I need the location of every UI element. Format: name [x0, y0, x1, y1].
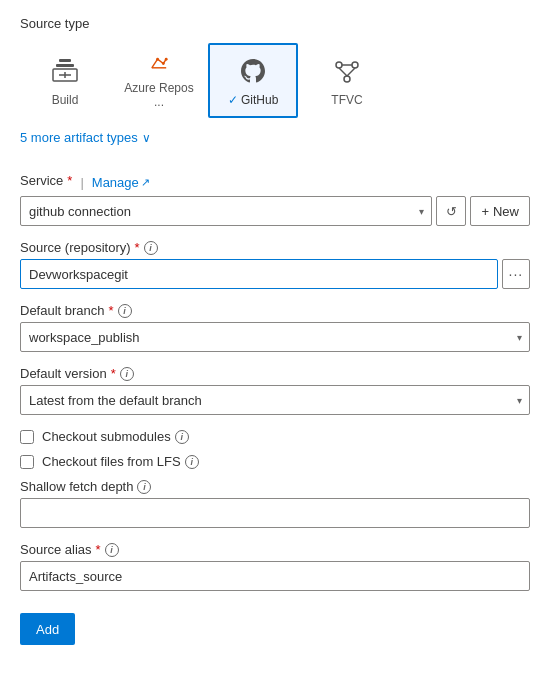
- default-version-info-icon[interactable]: i: [120, 367, 134, 381]
- source-type-azure-repos[interactable]: Azure Repos ...: [114, 43, 204, 118]
- shallow-fetch-form-row: Shallow fetch depth i: [20, 479, 530, 528]
- source-repo-input[interactable]: [20, 259, 498, 289]
- svg-rect-1: [56, 64, 74, 67]
- refresh-button[interactable]: ↺: [436, 196, 466, 226]
- default-branch-select-wrap: workspace_publish ▾: [20, 322, 530, 352]
- default-version-select[interactable]: Latest from the default branch: [20, 385, 530, 415]
- checkout-submodules-checkbox[interactable]: [20, 430, 34, 444]
- svg-point-6: [162, 62, 165, 65]
- new-button[interactable]: + Add New: [470, 196, 530, 226]
- default-branch-select[interactable]: workspace_publish: [20, 322, 530, 352]
- ellipsis-icon: ···: [509, 266, 524, 282]
- source-alias-required: *: [96, 542, 101, 557]
- add-button[interactable]: Add: [20, 613, 75, 645]
- azure-repos-icon: [143, 52, 175, 75]
- default-version-required: *: [111, 366, 116, 381]
- github-check: ✓: [228, 93, 241, 107]
- tfvc-icon: [331, 55, 363, 87]
- checkout-lfs-row: Checkout files from LFS i: [20, 454, 530, 469]
- shallow-fetch-info-icon[interactable]: i: [137, 480, 151, 494]
- manage-link[interactable]: Manage ↗: [92, 175, 150, 190]
- service-label: Service *: [20, 173, 72, 188]
- shallow-fetch-label: Shallow fetch depth i: [20, 479, 530, 494]
- svg-point-7: [165, 58, 168, 61]
- default-branch-label: Default branch * i: [20, 303, 530, 318]
- checkout-submodules-info-icon[interactable]: i: [175, 430, 189, 444]
- chevron-down-icon: ∨: [142, 131, 151, 145]
- service-row-header: Service * | Manage ↗: [20, 173, 530, 192]
- service-select-wrap: github connection ▾: [20, 196, 432, 226]
- repo-input-row: ···: [20, 259, 530, 289]
- source-type-tfvc[interactable]: TFVC: [302, 43, 392, 118]
- svg-point-8: [336, 62, 342, 68]
- refresh-icon: ↺: [446, 204, 457, 219]
- checkout-lfs-info-icon[interactable]: i: [185, 455, 199, 469]
- checkout-submodules-row: Checkout submodules i: [20, 429, 530, 444]
- checkout-lfs-checkbox[interactable]: [20, 455, 34, 469]
- svg-point-5: [156, 58, 159, 61]
- default-version-label: Default version * i: [20, 366, 530, 381]
- source-repo-form-row: Source (repository) * i ···: [20, 240, 530, 289]
- default-branch-form-row: Default branch * i workspace_publish ▾: [20, 303, 530, 352]
- tfvc-label: TFVC: [331, 93, 362, 107]
- checkout-lfs-label[interactable]: Checkout files from LFS i: [42, 454, 199, 469]
- checkout-submodules-label[interactable]: Checkout submodules i: [42, 429, 189, 444]
- shallow-fetch-input[interactable]: [20, 498, 530, 528]
- svg-line-12: [347, 68, 355, 76]
- source-type-row: Build Azure Repos ... ✓ GitHub T: [20, 43, 530, 118]
- source-alias-form-row: Source alias * i: [20, 542, 530, 591]
- svg-point-9: [352, 62, 358, 68]
- source-alias-info-icon[interactable]: i: [105, 543, 119, 557]
- source-repo-required: *: [135, 240, 140, 255]
- more-artifact-types-link[interactable]: 5 more artifact types ∨: [20, 130, 151, 145]
- source-type-github[interactable]: ✓ GitHub: [208, 43, 298, 118]
- external-link-icon: ↗: [141, 176, 150, 189]
- source-repo-info-icon[interactable]: i: [144, 241, 158, 255]
- source-type-build[interactable]: Build: [20, 43, 110, 118]
- svg-line-11: [339, 68, 347, 76]
- default-version-form-row: Default version * i Latest from the defa…: [20, 366, 530, 415]
- azure-repos-label: Azure Repos ...: [123, 81, 195, 109]
- default-branch-info-icon[interactable]: i: [118, 304, 132, 318]
- default-branch-required: *: [109, 303, 114, 318]
- github-label: ✓ GitHub: [228, 93, 279, 107]
- github-icon: [237, 55, 269, 87]
- build-label: Build: [52, 93, 79, 107]
- service-form-row: Service * | Manage ↗ github connection ▾…: [20, 173, 530, 226]
- ellipsis-button[interactable]: ···: [502, 259, 530, 289]
- more-artifact-types-text: 5 more artifact types: [20, 130, 138, 145]
- separator: |: [80, 175, 83, 190]
- service-required: *: [67, 173, 72, 188]
- svg-rect-0: [59, 59, 71, 62]
- service-select[interactable]: github connection: [20, 196, 432, 226]
- source-repo-label: Source (repository) * i: [20, 240, 530, 255]
- source-alias-input[interactable]: [20, 561, 530, 591]
- plus-icon: +: [481, 204, 489, 219]
- default-version-select-wrap: Latest from the default branch ▾: [20, 385, 530, 415]
- service-input-row: github connection ▾ ↺ + Add New: [20, 196, 530, 226]
- svg-point-10: [344, 76, 350, 82]
- source-alias-label: Source alias * i: [20, 542, 530, 557]
- build-icon: [49, 55, 81, 87]
- source-type-label: Source type: [20, 16, 530, 31]
